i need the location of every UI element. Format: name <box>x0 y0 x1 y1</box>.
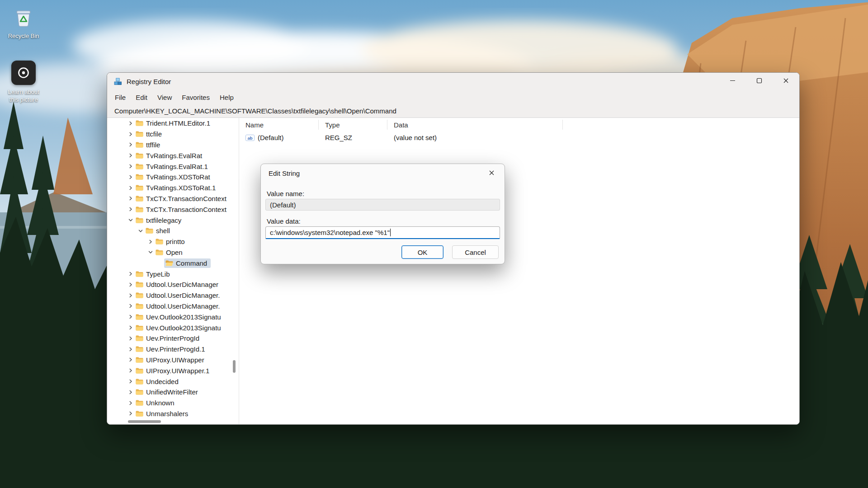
column-header-type[interactable]: Type <box>319 120 387 130</box>
desktop-icon-label-line1: Learn about <box>1 88 46 96</box>
learn-about-picture-shortcut[interactable]: Learn about this picture <box>1 61 46 103</box>
chevron-right-icon[interactable] <box>127 399 134 407</box>
tree-item-label: Udtool.UserDicManager <box>146 281 218 288</box>
tree-horizontal-scrollbar-thumb[interactable] <box>128 420 161 423</box>
chevron-right-icon[interactable] <box>147 238 154 245</box>
tree-item-label: Trident.HTMLEditor.1 <box>146 119 210 127</box>
value-data-input[interactable]: c:\windows\system32\notepad.exe "%1" <box>265 226 500 239</box>
value-name-field[interactable]: (Default) <box>265 199 500 211</box>
tree-item-ttffile[interactable]: ttffile <box>107 140 239 150</box>
tree-item-printto[interactable]: printto <box>107 236 239 247</box>
value-name-text: (Default) <box>270 201 296 209</box>
tree-item-Command[interactable]: Command <box>107 258 239 268</box>
tree-item-Uev.PrinterProgId[interactable]: Uev.PrinterProgId <box>107 333 239 344</box>
registry-value-row[interactable]: ab (Default) REG_SZ (value not set) <box>239 131 799 144</box>
chevron-down-icon[interactable] <box>137 227 144 235</box>
folder-icon <box>136 131 143 137</box>
chevron-right-icon[interactable] <box>127 356 134 363</box>
maximize-button[interactable] <box>746 73 773 90</box>
tree-item-Udtool.UserDicManager.[interactable]: Udtool.UserDicManager. <box>107 290 239 301</box>
ok-button[interactable]: OK <box>401 245 443 259</box>
tree-item-Undecided[interactable]: Undecided <box>107 376 239 387</box>
folder-icon <box>136 120 143 126</box>
minimize-button[interactable] <box>719 73 746 90</box>
menu-view[interactable]: View <box>152 92 177 103</box>
tree-item-UIProxy.UIWrapper[interactable]: UIProxy.UIWrapper <box>107 355 239 366</box>
dialog-titlebar[interactable]: Edit String <box>261 164 505 182</box>
menu-edit[interactable]: Edit <box>131 92 152 103</box>
tree-item-TvRatings.XDSToRat.1[interactable]: TvRatings.XDSToRat.1 <box>107 183 239 193</box>
chevron-right-icon[interactable] <box>127 367 134 374</box>
tree-item-TvRatings.EvalRat[interactable]: TvRatings.EvalRat <box>107 150 239 161</box>
window-titlebar[interactable]: Registry Editor <box>107 73 799 90</box>
cancel-button[interactable]: Cancel <box>452 245 499 259</box>
folder-icon <box>136 217 143 223</box>
chevron-down-icon[interactable] <box>127 216 134 224</box>
tree-item-TvRatings.XDSToRat[interactable]: TvRatings.XDSToRat <box>107 172 239 183</box>
tree-item-Unmarshalers[interactable]: Unmarshalers <box>107 408 239 419</box>
tree-item-TypeLib[interactable]: TypeLib <box>107 268 239 279</box>
tree-item-shell[interactable]: shell <box>107 225 239 236</box>
column-header-name[interactable]: Name <box>239 120 319 130</box>
tree-item-TxCTx.TransactionContext[interactable]: TxCTx.TransactionContext <box>107 204 239 215</box>
chevron-right-icon[interactable] <box>127 141 134 148</box>
chevron-right-icon[interactable] <box>127 389 134 396</box>
chevron-right-icon[interactable] <box>127 206 134 213</box>
chevron-right-icon[interactable] <box>127 131 134 138</box>
desktop-icon-label-line2: this picture <box>1 96 46 103</box>
tree-item-Uev.Outlook2013Signatu[interactable]: Uev.Outlook2013Signatu <box>107 322 239 333</box>
chevron-right-icon[interactable] <box>127 270 134 277</box>
dialog-close-button[interactable] <box>483 165 500 181</box>
chevron-down-icon[interactable] <box>147 249 154 256</box>
close-button[interactable] <box>773 73 799 90</box>
tree-vertical-scrollbar-thumb[interactable] <box>233 360 236 373</box>
tree-item-UnifiedWriteFilter[interactable]: UnifiedWriteFilter <box>107 387 239 398</box>
tree-item-UIProxy.UIWrapper.1[interactable]: UIProxy.UIWrapper.1 <box>107 365 239 376</box>
chevron-right-icon[interactable] <box>127 335 134 342</box>
menu-favorites[interactable]: Favorites <box>177 92 215 103</box>
learn-about-picture-icon <box>11 61 36 85</box>
chevron-right-icon[interactable] <box>127 152 134 159</box>
chevron-right-icon[interactable] <box>127 163 134 170</box>
tree-item-Open[interactable]: Open <box>107 247 239 258</box>
tree-item-label: printto <box>166 238 185 245</box>
chevron-right-icon[interactable] <box>127 378 134 385</box>
menu-help[interactable]: Help <box>215 92 239 103</box>
tree-item-Uev.Outlook2013Signatu[interactable]: Uev.Outlook2013Signatu <box>107 311 239 322</box>
address-bar[interactable]: Computer\HKEY_LOCAL_MACHINE\SOFTWARE\Cla… <box>107 104 799 118</box>
tree-item-Uev.PrinterProgId.1[interactable]: Uev.PrinterProgId.1 <box>107 344 239 355</box>
chevron-right-icon[interactable] <box>127 410 134 417</box>
tree-item-Unknown[interactable]: Unknown <box>107 398 239 408</box>
tree-item-TxCTx.TransactionContext[interactable]: TxCTx.TransactionContext <box>107 193 239 204</box>
chevron-right-icon[interactable] <box>127 324 134 331</box>
tree-item-label: ttffile <box>146 141 160 149</box>
folder-icon <box>136 400 143 406</box>
tree-item-Trident.HTMLEditor.1[interactable]: Trident.HTMLEditor.1 <box>107 118 239 129</box>
chevron-right-icon[interactable] <box>127 120 134 127</box>
chevron-right-icon[interactable] <box>127 195 134 202</box>
chevron-right-icon[interactable] <box>127 184 134 192</box>
tree-item-txtfilelegacy[interactable]: txtfilelegacy <box>107 215 239 225</box>
folder-icon <box>136 389 143 395</box>
tree-item-TvRatings.EvalRat.1[interactable]: TvRatings.EvalRat.1 <box>107 161 239 172</box>
recycle-bin-shortcut[interactable]: Recycle Bin <box>1 7 46 40</box>
folder-icon <box>136 368 143 374</box>
column-header-data[interactable]: Data <box>387 120 563 130</box>
chevron-right-icon[interactable] <box>127 313 134 320</box>
tree-item-label: TvRatings.XDSToRat.1 <box>146 184 216 192</box>
folder-icon <box>136 303 143 309</box>
tree-item-ttcfile[interactable]: ttcfile <box>107 129 239 140</box>
tree-item-label: TvRatings.EvalRat.1 <box>146 163 208 170</box>
chevron-right-icon[interactable] <box>127 346 134 353</box>
tree-item-Udtool.UserDicManager[interactable]: Udtool.UserDicManager <box>107 279 239 290</box>
folder-icon <box>156 249 163 255</box>
tree-item-Udtool.UserDicManager.[interactable]: Udtool.UserDicManager. <box>107 301 239 312</box>
menu-file[interactable]: File <box>110 92 131 103</box>
chevron-right-icon[interactable] <box>127 292 134 299</box>
column-header-spacer <box>563 120 799 130</box>
address-text: Computer\HKEY_LOCAL_MACHINE\SOFTWARE\Cla… <box>114 107 396 115</box>
folder-icon <box>136 411 143 417</box>
chevron-right-icon[interactable] <box>127 302 134 310</box>
chevron-right-icon[interactable] <box>127 281 134 288</box>
chevron-right-icon[interactable] <box>127 174 134 181</box>
